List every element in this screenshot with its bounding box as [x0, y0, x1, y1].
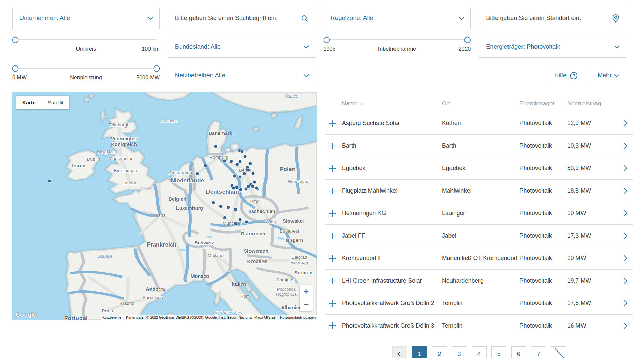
pagination-prev-button[interactable] — [392, 346, 407, 358]
nennleistung-slider-handle-min[interactable] — [12, 65, 19, 72]
table-row[interactable]: Asperg Sechste Solar Köthen Photovoltaik… — [325, 112, 633, 134]
table-row[interactable]: Barth Barth Photovoltaik 10,3 MW — [325, 134, 633, 157]
chevron-right-icon[interactable] — [621, 210, 627, 216]
location-pin-icon[interactable] — [612, 14, 620, 23]
expand-plus-icon[interactable] — [325, 165, 340, 172]
energietraeger-dropdown[interactable]: Energieträger: Photovoltaik — [479, 36, 626, 58]
hilfe-button[interactable]: Hilfe ? — [547, 65, 585, 86]
map-marker-icon[interactable] — [232, 186, 235, 189]
map-marker-icon[interactable] — [235, 185, 238, 189]
umkreis-slider-handle[interactable] — [12, 36, 19, 43]
map-marker-icon[interactable] — [48, 179, 51, 182]
table-row[interactable]: Helmeringen KG Lauingen Photovoltaik 10 … — [325, 202, 633, 224]
map-marker-icon[interactable] — [234, 222, 237, 225]
map-marker-icon[interactable] — [255, 186, 258, 189]
map-marker-icon[interactable] — [223, 160, 226, 163]
chevron-right-icon[interactable] — [621, 300, 627, 306]
netzbetreiber-dropdown[interactable]: Netzbetreiber: Alle — [168, 65, 315, 86]
zoom-out-button[interactable]: − — [300, 298, 313, 311]
standort-input[interactable] — [486, 15, 612, 22]
pagination-page-button[interactable]: 4 — [472, 346, 487, 358]
map-marker-icon[interactable] — [227, 206, 230, 209]
pagination-page-button[interactable]: 2 — [432, 346, 447, 358]
chevron-right-icon[interactable] — [621, 165, 627, 171]
expand-plus-icon[interactable] — [325, 322, 340, 329]
search-input[interactable] — [175, 15, 301, 22]
map-marker-icon[interactable] — [244, 188, 247, 191]
map-marker-icon[interactable] — [238, 218, 241, 221]
map-marker-icon[interactable] — [243, 172, 246, 175]
table-row[interactable]: Photovoltaikkraftwerk Groß Dölln 3 Templ… — [325, 314, 633, 337]
mehr-button[interactable]: Mehr — [590, 65, 626, 86]
map-marker-icon[interactable] — [235, 163, 239, 166]
map-marker-icon[interactable] — [214, 145, 217, 148]
map-marker-icon[interactable] — [234, 208, 237, 211]
table-row[interactable]: Jabel FF Jabel Photovoltaik 17,3 MW — [325, 224, 633, 247]
expand-plus-icon[interactable] — [325, 120, 340, 127]
inbetriebnahme-slider-handle-max[interactable] — [464, 36, 471, 43]
expand-plus-icon[interactable] — [325, 255, 340, 262]
map-marker-icon[interactable] — [212, 201, 215, 204]
map-marker-icon[interactable] — [239, 188, 242, 191]
table-row[interactable]: Photovoltaikkraftwerk Groß Dölln 2 Templ… — [325, 292, 633, 314]
filter-buttons: Hilfe ? Mehr — [479, 65, 626, 86]
chevron-right-icon[interactable] — [621, 233, 627, 239]
map-type-karte[interactable]: Karte — [16, 96, 42, 109]
map-marker-icon[interactable] — [196, 172, 199, 175]
table-row[interactable]: Eggebek Eggebek Photovoltaik 83,9 MW — [325, 157, 633, 179]
map-marker-icon[interactable] — [230, 160, 233, 163]
expand-plus-icon[interactable] — [325, 142, 340, 150]
map-marker-icon[interactable] — [247, 168, 250, 171]
map-marker-icon[interactable] — [238, 160, 241, 163]
map-marker-icon[interactable] — [244, 155, 247, 158]
map-marker-icon[interactable] — [247, 185, 250, 188]
terms-link[interactable]: Nutzungsbedingungen — [278, 315, 317, 320]
map-marker-icon[interactable] — [204, 164, 207, 167]
pagination-page-button[interactable]: 5 — [491, 346, 506, 358]
inbetriebnahme-slider-track[interactable] — [327, 39, 468, 40]
chevron-right-icon[interactable] — [621, 188, 627, 194]
map-marker-icon[interactable] — [253, 181, 256, 184]
nennleistung-slider-handle-max[interactable] — [153, 65, 160, 72]
table-header-name[interactable]: Name — [340, 100, 440, 107]
expand-plus-icon[interactable] — [325, 187, 340, 195]
expand-plus-icon[interactable] — [325, 300, 340, 307]
zoom-in-button[interactable]: + — [300, 285, 313, 298]
map-marker-icon[interactable] — [219, 205, 222, 208]
map-marker-icon[interactable] — [241, 150, 244, 153]
pagination-page-button[interactable]: 3 — [452, 346, 467, 358]
expand-plus-icon[interactable] — [325, 232, 340, 240]
table-row[interactable]: LHI Green Infrastructure Solar Neuharden… — [325, 269, 633, 292]
map-marker-icon[interactable] — [252, 172, 255, 175]
nennleistung-slider-track[interactable] — [15, 68, 157, 69]
chevron-right-icon[interactable] — [621, 143, 627, 149]
regelzone-dropdown[interactable]: Regelzone: Alle — [324, 8, 471, 29]
row-ort: Templin — [440, 322, 517, 329]
pagination-page-button[interactable]: 7 — [531, 346, 546, 358]
keyboard-shortcuts-link[interactable]: Kurzbefehle — [101, 315, 123, 320]
umkreis-slider-track[interactable] — [15, 39, 157, 40]
search-icon[interactable] — [301, 14, 309, 23]
map[interactable]: OstseeNordseeEdinburghDänemarkVereinigte… — [12, 92, 317, 320]
chevron-right-icon[interactable] — [621, 323, 627, 329]
map-marker-icon[interactable] — [223, 216, 226, 219]
bundesland-dropdown[interactable]: Bundesland: Alle — [168, 36, 315, 58]
pagination-next-button[interactable] — [551, 346, 566, 358]
table-row[interactable]: Flugplatz Mahlwinkel Mahlwinkel Photovol… — [325, 179, 633, 202]
map-marker-icon[interactable] — [245, 221, 248, 224]
table-row[interactable]: Krempendorf I Marienfließ OT Krempendorf… — [325, 247, 633, 269]
map-marker-icon[interactable] — [238, 175, 241, 178]
chevron-right-icon[interactable] — [621, 120, 627, 126]
unternehmen-dropdown[interactable]: Unternehmen: Alle — [12, 8, 160, 29]
expand-plus-icon[interactable] — [325, 210, 340, 217]
expand-plus-icon[interactable] — [325, 277, 340, 285]
inbetriebnahme-slider-handle-min[interactable] — [323, 36, 330, 43]
chevron-right-icon[interactable] — [621, 278, 627, 284]
chevron-right-icon[interactable] — [621, 255, 627, 261]
pagination-page-button[interactable]: 6 — [511, 346, 526, 358]
map-marker-icon[interactable] — [233, 175, 236, 178]
map-type-satellit[interactable]: Satellit — [42, 96, 70, 109]
map-marker-icon[interactable] — [251, 184, 254, 188]
map-marker-icon[interactable] — [249, 162, 252, 165]
pagination-page-button[interactable]: 1 — [412, 346, 427, 358]
